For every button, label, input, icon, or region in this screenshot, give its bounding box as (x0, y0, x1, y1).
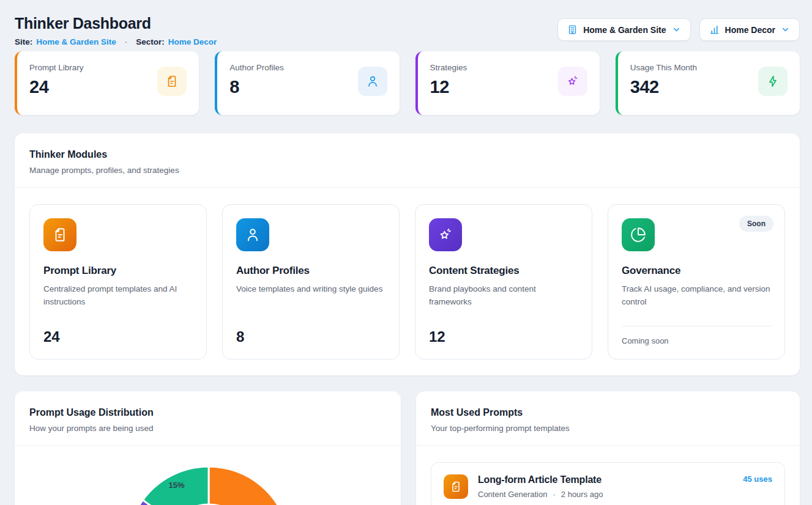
stat-card-strategies: Strategies 12 (415, 51, 600, 115)
module-card-governance[interactable]: Soon Governance Track AI usage, complian… (608, 204, 785, 359)
module-title: Prompt Library (43, 265, 193, 277)
header-titles: Thinker Dashboard Site: Home & Garden Si… (15, 15, 217, 46)
prompt-usage-distribution-card: Prompt Usage Distribution How your promp… (15, 391, 401, 505)
modules-header: Thinker Modules Manage prompts, profiles… (15, 133, 800, 188)
prompt-item-text: Long-form Article Template Content Gener… (478, 474, 603, 499)
document-icon (43, 218, 76, 251)
document-icon (157, 67, 187, 96)
module-description: Centralized prompt templates and AI inst… (43, 283, 193, 309)
chevron-down-icon (672, 25, 681, 34)
stat-card-author-profiles: Author Profiles 8 (215, 51, 399, 115)
stat-label: Strategies (430, 63, 467, 72)
modules-subtitle: Manage prompts, profiles, and strategies (29, 166, 785, 175)
sector-label: Sector: (136, 37, 165, 46)
module-card-author-profiles[interactable]: Author Profiles Voice templates and writ… (222, 204, 400, 359)
module-card-prompt-library[interactable]: Prompt Library Centralized prompt templa… (29, 204, 207, 359)
coming-soon-text: Coming soon (622, 326, 771, 345)
stat-value: 8 (229, 77, 284, 97)
usage-chart-header: Prompt Usage Distribution How your promp… (15, 391, 401, 446)
prompts-header: Most Used Prompts Your top-performing pr… (416, 391, 800, 446)
module-description: Track AI usage, compliance, and version … (622, 283, 771, 309)
site-link[interactable]: Home & Garden Site (36, 37, 116, 46)
prompt-list: Long-form Article Template Content Gener… (416, 446, 800, 505)
module-count: 12 (429, 328, 578, 345)
usage-chart-subtitle: How your prompts are being used (29, 424, 386, 433)
person-icon (236, 218, 269, 251)
module-description: Brand playbooks and content frameworks (429, 283, 578, 309)
module-card-content-strategies[interactable]: Content Strategies Brand playbooks and c… (415, 204, 592, 359)
star-sparkle-icon (429, 218, 462, 251)
sector-selector-button[interactable]: Home Decor (699, 18, 800, 41)
stat-label: Author Profiles (229, 63, 284, 72)
module-description: Voice templates and writing style guides (236, 283, 386, 296)
stat-value: 342 (630, 77, 697, 97)
stats-row: Prompt Library 24 Author Profiles 8 (15, 51, 800, 115)
prompt-item-title: Long-form Article Template (478, 474, 603, 485)
module-title: Author Profiles (236, 265, 386, 277)
stat-label: Usage This Month (630, 63, 697, 72)
sector-link[interactable]: Home Decor (168, 37, 217, 46)
site-selector-button[interactable]: Home & Garden Site (557, 18, 690, 41)
module-title: Governance (622, 265, 771, 277)
stat-card-prompt-library: Prompt Library 24 (15, 51, 199, 115)
stat-text: Author Profiles 8 (229, 63, 284, 103)
usage-donut-chart: 15% (15, 446, 401, 505)
prompt-item-uses: 45 uses (743, 474, 772, 484)
stat-card-usage: Usage This Month 342 (616, 51, 800, 115)
person-icon (358, 67, 387, 96)
stat-value: 24 (29, 77, 84, 97)
module-count: 8 (236, 328, 386, 345)
site-label: Site: (15, 37, 32, 46)
module-title: Content Strategies (429, 265, 578, 277)
meta-separator: · (553, 490, 555, 499)
donut-segment-label: 15% (168, 481, 184, 490)
site-selector-label: Home & Garden Site (583, 25, 666, 35)
building-icon (567, 24, 578, 35)
sector-selector-label: Home Decor (725, 25, 775, 35)
stat-text: Strategies 12 (430, 63, 467, 103)
modules-grid: Prompt Library Centralized prompt templa… (15, 188, 800, 375)
prompt-item-meta: Content Generation · 2 hours ago (478, 490, 603, 499)
prompts-subtitle: Your top-performing prompt templates (431, 424, 785, 433)
bar-chart-icon (709, 24, 720, 35)
page-header: Thinker Dashboard Site: Home & Garden Si… (15, 15, 800, 46)
stat-text: Prompt Library 24 (29, 63, 84, 103)
stat-text: Usage This Month 342 (630, 63, 697, 103)
breadcrumb-separator: · (125, 37, 128, 46)
breadcrumb: Site: Home & Garden Site · Sector: Home … (15, 37, 217, 46)
pie-chart-icon (622, 218, 655, 251)
prompt-item-time: 2 hours ago (561, 490, 603, 499)
chevron-down-icon (781, 25, 790, 34)
most-used-prompts-card: Most Used Prompts Your top-performing pr… (416, 391, 800, 505)
stat-value: 12 (430, 77, 467, 97)
page-title: Thinker Dashboard (15, 15, 217, 32)
prompt-item-category: Content Generation (478, 490, 547, 499)
usage-chart-title: Prompt Usage Distribution (29, 407, 386, 418)
thinker-modules-section: Thinker Modules Manage prompts, profiles… (15, 133, 800, 375)
modules-title: Thinker Modules (29, 149, 785, 160)
soon-badge: Soon (739, 216, 773, 232)
module-count: 24 (43, 328, 193, 345)
bottom-row: Prompt Usage Distribution How your promp… (15, 391, 800, 505)
header-selectors: Home & Garden Site Home Decor (557, 18, 800, 41)
donut-segment-orange[interactable] (209, 466, 290, 505)
prompts-title: Most Used Prompts (431, 407, 785, 418)
dashboard-page: Thinker Dashboard Site: Home & Garden Si… (0, 0, 812, 505)
stat-label: Prompt Library (29, 63, 84, 72)
star-sparkle-icon (558, 67, 587, 96)
document-icon (444, 474, 468, 499)
lightning-icon (758, 67, 788, 96)
list-item[interactable]: Long-form Article Template Content Gener… (431, 462, 785, 505)
